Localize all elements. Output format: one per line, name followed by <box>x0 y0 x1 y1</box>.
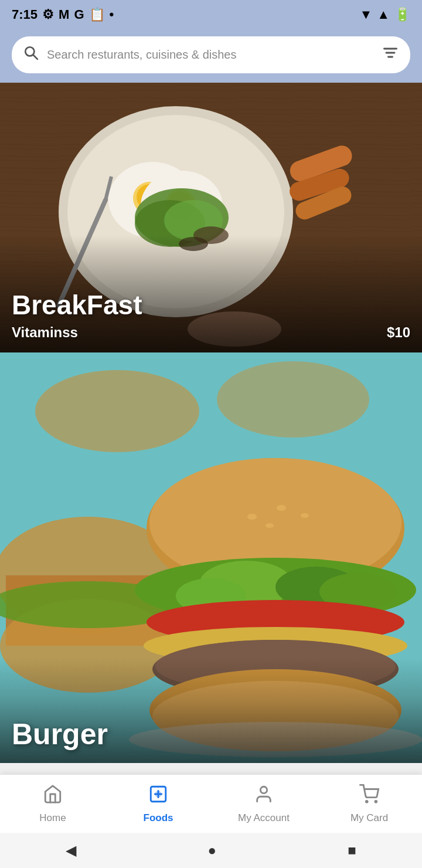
status-time: 7:15 <box>12 7 38 22</box>
search-bar-container: Search resturants, cuisines & dishes <box>0 29 422 83</box>
clipboard-icon: 📋 <box>89 7 105 22</box>
my-account-icon <box>254 784 274 809</box>
breakfast-card[interactable]: BreakFast Vitaminss $10 <box>0 83 422 352</box>
signal-icon: ▲ <box>377 7 390 22</box>
breakfast-title: BreakFast <box>12 289 410 321</box>
nav-foods-label: Foods <box>144 812 173 824</box>
settings-icon: ⚙ <box>42 7 54 22</box>
content-area: BreakFast Vitaminss $10 <box>0 83 422 818</box>
wifi-icon: ▼ <box>359 7 372 22</box>
bottom-nav: Home Foods My Account M <box>0 774 422 833</box>
nav-home[interactable]: Home <box>0 784 106 824</box>
search-icon <box>23 45 39 65</box>
foods-icon <box>148 784 168 809</box>
status-bar-left: 7:15 ⚙ M G 📋 • <box>12 7 114 22</box>
svg-point-53 <box>217 361 369 438</box>
nav-my-card[interactable]: My Card <box>316 784 422 824</box>
svg-point-55 <box>156 791 161 796</box>
breakfast-price: $10 <box>387 324 410 341</box>
dot-icon: • <box>110 7 114 22</box>
status-bar-right: ▼ ▲ 🔋 <box>359 7 410 22</box>
nav-foods[interactable]: Foods <box>106 784 211 824</box>
android-home-icon[interactable]: ● <box>207 842 216 859</box>
breakfast-subtitle-row: Vitaminss $10 <box>12 324 410 341</box>
nav-my-account[interactable]: My Account <box>211 784 316 824</box>
burger-title: Burger <box>12 717 108 751</box>
status-bar: 7:15 ⚙ M G 📋 • ▼ ▲ 🔋 <box>0 0 422 29</box>
nav-home-label: Home <box>39 812 66 824</box>
breakfast-subtitle: Vitaminss <box>12 324 78 341</box>
search-placeholder: Search resturants, cuisines & dishes <box>47 48 374 62</box>
nav-my-card-label: My Card <box>350 812 388 824</box>
android-nav-bar: ◀ ● ■ <box>0 833 422 868</box>
gmail-icon: M <box>59 7 69 22</box>
android-recent-icon[interactable]: ■ <box>348 842 356 859</box>
home-icon <box>43 784 63 809</box>
svg-point-58 <box>375 801 377 802</box>
svg-point-52 <box>35 370 199 452</box>
breakfast-text: BreakFast Vitaminss $10 <box>12 289 410 341</box>
svg-line-1 <box>33 55 38 59</box>
my-card-icon <box>359 784 379 809</box>
burger-card[interactable]: Burger <box>0 352 422 763</box>
svg-point-39 <box>266 523 274 528</box>
android-back-icon[interactable]: ◀ <box>66 842 76 859</box>
svg-point-56 <box>260 786 267 793</box>
battery-icon: 🔋 <box>394 7 410 22</box>
svg-point-36 <box>247 514 257 520</box>
svg-point-57 <box>366 801 367 802</box>
svg-point-37 <box>277 505 286 511</box>
nav-my-account-label: My Account <box>238 812 290 824</box>
google-icon: G <box>74 7 84 22</box>
svg-point-38 <box>301 513 309 518</box>
filter-icon[interactable] <box>382 45 399 65</box>
search-bar[interactable]: Search resturants, cuisines & dishes <box>12 36 410 73</box>
